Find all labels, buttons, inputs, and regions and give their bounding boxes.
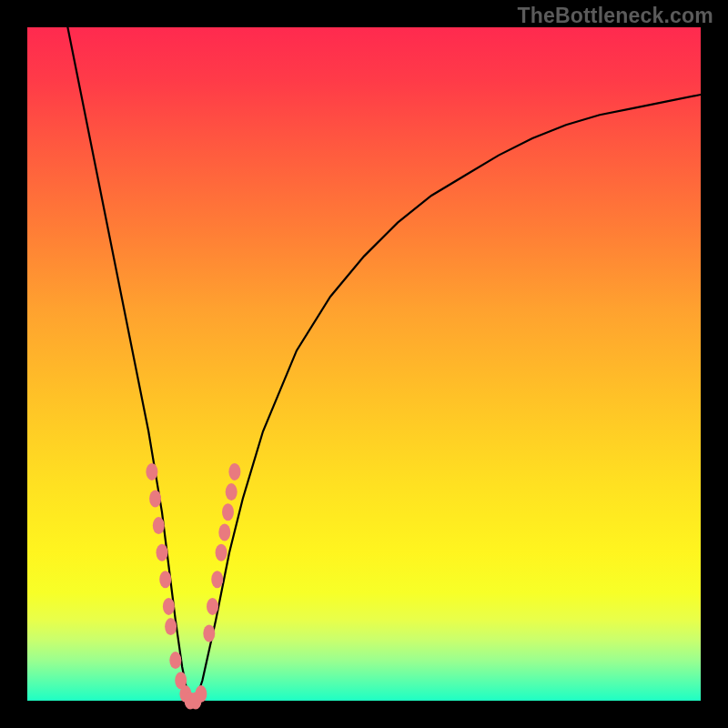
marker-point <box>218 524 230 541</box>
marker-point <box>153 517 165 534</box>
marker-point <box>157 544 168 561</box>
marker-point <box>165 618 177 635</box>
marker-point <box>149 490 161 508</box>
marker-point <box>222 503 234 521</box>
marker-point <box>207 598 218 615</box>
plot-area <box>27 27 701 701</box>
marker-point <box>195 685 207 703</box>
marker-point <box>146 463 157 480</box>
watermark-text: TheBottleneck.com <box>517 4 713 28</box>
marker-point <box>216 544 228 561</box>
marker-point <box>163 598 175 615</box>
marker-point <box>203 625 215 642</box>
marker-point <box>228 463 240 480</box>
marker-point <box>169 652 181 669</box>
marker-point <box>211 571 223 588</box>
bottleneck-curve <box>67 27 701 701</box>
marker-point <box>226 483 238 500</box>
curve-svg <box>27 27 701 701</box>
marker-group <box>146 463 240 710</box>
marker-point <box>159 571 171 588</box>
